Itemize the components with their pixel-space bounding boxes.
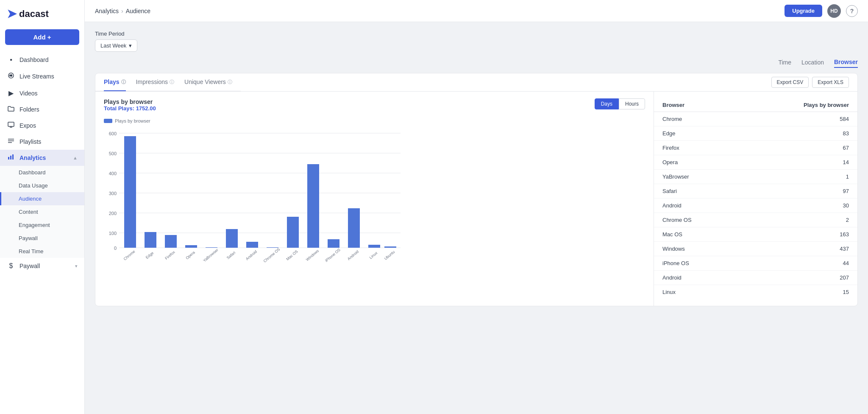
table-row: Chrome OS2 [654,213,857,227]
help-button[interactable]: ? [846,5,858,17]
tab-browser[interactable]: Browser [834,59,858,68]
table-row: Mac OS163 [654,227,857,242]
svg-text:Chrome OS: Chrome OS [263,247,281,263]
chart-title: Plays by browser [104,98,156,105]
table-cell-browser: Windows [654,242,740,256]
view-tabs: Time Location Browser [95,59,858,68]
metric-tab-impressions[interactable]: Impressions ⓘ [136,73,174,91]
analytics-sub-paywall[interactable]: Paywall [0,232,84,245]
bar-ubuntu [384,246,396,248]
bar-android [246,242,258,248]
analytics-sub-data-usage[interactable]: Data Usage [0,179,84,192]
dashboard-icon: ▪ [7,56,15,64]
time-period-chevron: ▾ [129,42,132,49]
table-cell-plays: 1 [740,170,857,184]
svg-text:Windows: Windows [305,249,320,262]
table-col-plays: Plays by browser [740,98,857,112]
breadcrumb-analytics[interactable]: Analytics [95,8,119,14]
metric-tab-plays[interactable]: Plays ⓘ [104,73,126,91]
analytics-sub-content[interactable]: Content [0,205,84,218]
table-cell-browser: Linux [654,285,740,299]
analytics-sub-engagement[interactable]: Engagement [0,218,84,232]
add-button[interactable]: Add + [5,29,79,45]
svg-text:Ubuntu: Ubuntu [384,250,396,261]
sidebar-item-videos[interactable]: ▶ Videos [0,85,84,101]
avatar[interactable]: HD [827,4,841,18]
svg-text:Chrome: Chrome [123,249,136,261]
table-row: Opera14 [654,155,857,170]
svg-text:300: 300 [109,191,117,196]
sidebar-item-expos[interactable]: Expos [0,117,84,134]
table-cell-browser: Safari [654,184,740,199]
sidebar-item-live-streams[interactable]: Live Streams [0,68,84,85]
analytics-sub-dashboard[interactable]: Dashboard [0,166,84,179]
table-cell-plays: 83 [740,126,857,141]
table-cell-plays: 437 [740,242,857,256]
breadcrumb-sep: › [121,8,123,14]
table-row: Windows437 [654,242,857,256]
paywall-expand-icon: ▾ [75,263,78,269]
sidebar-item-label: Paywall [19,263,40,269]
svg-text:200: 200 [109,211,117,216]
time-period-select[interactable]: Last Week ▾ [95,39,137,52]
table-row: iPhone OS44 [654,256,857,271]
export-csv-button[interactable]: Export CSV [771,77,809,88]
analytics-sub-audience[interactable]: Audience [0,192,84,205]
breadcrumb: Analytics › Audience [95,8,150,14]
analytics-expand-icon: ▲ [73,155,78,160]
toggle-days-button[interactable]: Days [595,98,619,109]
table-cell-plays: 163 [740,227,857,242]
table-row: Safari97 [654,184,857,199]
day-hour-toggle: Days Hours [595,98,645,109]
tab-time[interactable]: Time [778,59,791,67]
metric-tab-unique-viewers[interactable]: Unique Viewers ⓘ [184,73,232,91]
unique-viewers-info-icon: ⓘ [228,79,232,85]
svg-text:Linux: Linux [369,251,378,260]
svg-text:Edge: Edge [145,251,155,260]
analytics-sub-real-time[interactable]: Real Time [0,245,84,258]
sidebar-item-dashboard[interactable]: ▪ Dashboard [0,52,84,68]
sidebar-item-playlists[interactable]: Playlists [0,134,84,150]
bar-chart-svg: 600 500 400 300 200 100 0 [104,127,401,263]
legend-color [104,119,112,123]
svg-text:Android: Android [245,249,258,261]
paywall-icon: $ [7,262,15,270]
content-area: Time Period Last Week ▾ Time Location Br… [85,22,868,414]
chart-area: Plays by browser Total Plays: 1752.00 Da… [95,92,654,306]
chart-header: Plays by browser Total Plays: 1752.00 Da… [104,98,645,117]
tab-location[interactable]: Location [801,59,824,67]
chart-legend: Plays by browser [104,118,645,123]
metric-tabs-row: Plays ⓘ Impressions ⓘ Unique Viewers ⓘ E… [95,73,857,92]
videos-icon: ▶ [7,89,15,97]
upgrade-button[interactable]: Upgrade [785,5,822,17]
svg-text:Safari: Safari [226,250,236,260]
chart-total: Total Plays: 1752.00 [104,105,156,112]
svg-text:Android: Android [347,249,359,261]
table-cell-browser: Android [654,271,740,285]
svg-text:400: 400 [109,171,117,176]
sidebar-item-label: Live Streams [19,73,54,80]
bar-windows [307,164,319,248]
svg-text:Firefox: Firefox [164,250,176,261]
svg-rect-8 [8,157,9,159]
folders-icon [7,106,15,113]
table-row: Firefox67 [654,141,857,155]
sidebar-item-folders[interactable]: Folders [0,101,84,117]
export-xls-button[interactable]: Export XLS [812,77,849,88]
table-row: Android30 [654,199,857,213]
sidebar-item-analytics[interactable]: Analytics ▲ [0,150,84,166]
table-cell-browser: Chrome [654,112,740,126]
table-cell-browser: Edge [654,126,740,141]
legend-label: Plays by browser [115,118,150,123]
logo-icon: ➤ [7,7,16,21]
table-cell-browser: YaBrowser [654,170,740,184]
table-col-browser: Browser [654,98,740,112]
table-cell-browser: Opera [654,155,740,170]
toggle-hours-button[interactable]: Hours [619,98,645,109]
playlists-icon [7,138,15,145]
sidebar-item-paywall[interactable]: $ Paywall ▾ [0,258,84,274]
table-cell-browser: Mac OS [654,227,740,242]
table-cell-plays: 67 [740,141,857,155]
logo-text: dacast [19,8,49,20]
sidebar-item-label: Videos [19,90,38,97]
